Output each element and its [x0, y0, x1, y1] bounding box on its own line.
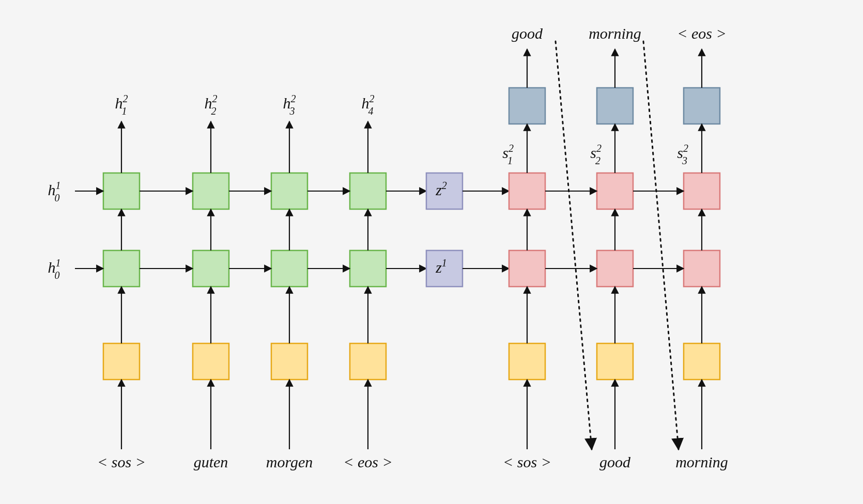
decoder-embedding-1	[597, 343, 633, 380]
context-bottom	[426, 250, 463, 287]
decoder-rnn1-1	[597, 250, 633, 287]
decoder-rnn2-2	[684, 173, 720, 209]
encoder-embedding-3	[350, 343, 386, 380]
decoder-out-1	[597, 88, 633, 124]
decoder-out-2	[684, 88, 720, 124]
encoder-input-label-2: morgen	[266, 453, 313, 470]
decoder-rnn2-1	[597, 173, 633, 209]
encoder-rnn2-2	[271, 173, 307, 209]
encoder-embedding-1	[193, 343, 229, 380]
context-top	[426, 173, 463, 209]
encoder-rnn2-1	[193, 173, 229, 209]
decoder-rnn1-0	[509, 250, 545, 287]
encoder-input-label-0: < sos >	[97, 453, 146, 470]
encoder-embedding-0	[103, 343, 140, 380]
decoder-out-0	[509, 88, 545, 124]
decoder-embedding-2	[684, 343, 720, 380]
encoder-rnn1-1	[193, 250, 229, 287]
encoder-rnn2-3	[350, 173, 386, 209]
encoder-rnn1-3	[350, 250, 386, 287]
seq2seq-diagram: < sos >h21gutenh22morgenh23< eos >h24h10…	[0, 0, 863, 504]
encoder-input-label-1: guten	[194, 453, 228, 470]
encoder-input-label-3: < eos >	[343, 453, 392, 470]
decoder-input-label-2: morning	[675, 453, 728, 470]
decoder-rnn2-0	[509, 173, 545, 209]
decoder-output-label-1: morning	[589, 25, 641, 42]
decoder-embedding-0	[509, 343, 545, 380]
encoder-rnn1-2	[271, 250, 307, 287]
decoder-output-label-2: < eos >	[677, 25, 726, 42]
encoder-rnn2-0	[103, 173, 140, 209]
encoder-embedding-2	[271, 343, 307, 380]
decoder-output-label-0: good	[512, 25, 543, 42]
encoder-rnn1-0	[103, 250, 140, 287]
decoder-rnn1-2	[684, 250, 720, 287]
decoder-input-label-1: good	[599, 453, 631, 470]
decoder-input-label-0: < sos >	[503, 453, 551, 470]
